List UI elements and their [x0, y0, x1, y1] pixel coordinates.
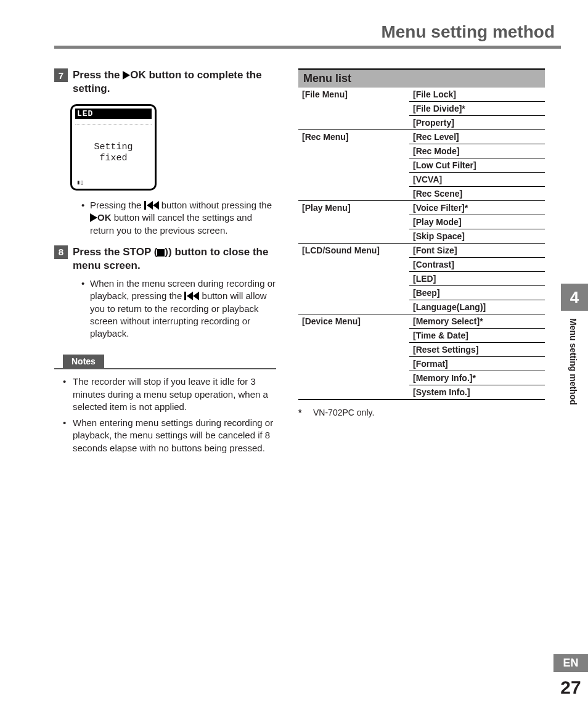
header-rule — [54, 46, 561, 49]
menu-item-cell: [Voice Filter]* — [409, 201, 545, 215]
menu-item-cell: [Play Mode] — [409, 215, 545, 229]
menu-category-cell — [298, 144, 409, 158]
menu-category-cell — [298, 173, 409, 187]
menu-item-cell: [Reset Settings] — [409, 343, 545, 357]
menu-item-cell: [Format] — [409, 357, 545, 371]
table-row: [VCVA] — [298, 173, 545, 187]
menu-category-cell: [File Menu] — [298, 88, 409, 102]
menu-category-cell — [298, 371, 409, 385]
menu-item-cell: [Rec Mode] — [409, 144, 545, 158]
table-row: [LCD/Sound Menu][Font Size] — [298, 244, 545, 258]
play-icon — [90, 213, 97, 222]
prev-icon — [184, 292, 199, 300]
notes-list: The recorder will stop if you leave it i… — [54, 375, 276, 454]
table-row: [Rec Menu][Rec Level] — [298, 130, 545, 144]
menu-category-cell — [298, 357, 409, 371]
lcd-line1: Setting — [94, 142, 133, 152]
menu-category-cell — [298, 300, 409, 314]
table-row: [Property] — [298, 116, 545, 130]
menu-item-cell: [System Info.] — [409, 385, 545, 400]
stop-icon — [157, 249, 165, 256]
lcd-footer: ▮▯ — [75, 179, 152, 186]
menu-category-cell — [298, 158, 409, 173]
menu-category-cell — [298, 329, 409, 343]
content-columns: 7 Press the OK button to complete the se… — [54, 68, 561, 458]
step-7-bullets: Pressing the button without pressing the… — [54, 199, 276, 237]
menu-item-cell: [VCVA] — [409, 173, 545, 187]
note-2: When entering menu settings during recor… — [63, 417, 276, 454]
menu-item-cell: [Rec Scene] — [409, 187, 545, 201]
page-title: Menu setting method — [54, 22, 561, 46]
menu-item-cell: [File Lock] — [409, 88, 545, 102]
table-row: [Language(Lang)] — [298, 300, 545, 314]
menu-list-header: Menu list — [298, 68, 545, 88]
menu-category-cell — [298, 258, 409, 272]
table-row: [System Info.] — [298, 385, 545, 400]
table-row: [Device Menu][Memory Select]* — [298, 314, 545, 329]
table-row: [Time & Date] — [298, 329, 545, 343]
stop-label: STOP ( — [123, 246, 157, 258]
step-7: 7 Press the OK button to complete the se… — [54, 68, 276, 96]
left-column: 7 Press the OK button to complete the se… — [54, 68, 276, 458]
chapter-title: Menu setting method — [561, 311, 586, 412]
menu-list-table: [File Menu][File Lock][File Divide]*[Pro… — [298, 88, 545, 400]
menu-item-cell: [Beep] — [409, 286, 545, 300]
menu-category-cell: [Play Menu] — [298, 201, 409, 215]
ok-label-2: OK — [97, 212, 112, 223]
step-8-text: Press the STOP ()) button to close the m… — [73, 245, 276, 273]
menu-category-cell — [298, 343, 409, 357]
menu-category-cell: [LCD/Sound Menu] — [298, 244, 409, 258]
notes-heading: Notes — [63, 355, 104, 368]
step-7-pre: Press the — [73, 69, 123, 81]
table-row: [Play Menu][Voice Filter]* — [298, 201, 545, 215]
table-row: [File Divide]* — [298, 102, 545, 116]
menu-category-cell — [298, 286, 409, 300]
menu-item-cell: [Language(Lang)] — [409, 300, 545, 314]
menu-item-cell: [File Divide]* — [409, 102, 545, 116]
lcd-title: LED — [75, 109, 152, 119]
menu-category-cell — [298, 102, 409, 116]
table-row: [Contrast] — [298, 258, 545, 272]
menu-category-cell — [298, 116, 409, 130]
table-row: [Reset Settings] — [298, 343, 545, 357]
menu-item-cell: [LED] — [409, 272, 545, 286]
table-row: [Play Mode] — [298, 215, 545, 229]
language-badge: EN — [553, 654, 588, 672]
table-row: [Rec Scene] — [298, 187, 545, 201]
menu-item-cell: [Font Size] — [409, 244, 545, 258]
menu-category-cell — [298, 272, 409, 286]
step-7-bullet-1: Pressing the button without pressing the… — [81, 199, 276, 237]
step-number-8: 8 — [54, 245, 68, 259]
menu-list-footnote: *VN-702PC only. — [298, 400, 545, 417]
table-row: [Skip Space] — [298, 229, 545, 244]
menu-item-cell: [Memory Select]* — [409, 314, 545, 329]
lcd-indicator-row — [75, 120, 152, 125]
menu-category-cell — [298, 215, 409, 229]
page-number: 27 — [553, 677, 588, 698]
right-column: Menu list [File Menu][File Lock][File Di… — [298, 68, 545, 458]
table-row: [File Menu][File Lock] — [298, 88, 545, 102]
step-number-7: 7 — [54, 68, 68, 82]
menu-category-cell — [298, 187, 409, 201]
notes-rule — [54, 368, 276, 369]
menu-item-cell: [Time & Date] — [409, 329, 545, 343]
chapter-number: 4 — [561, 284, 588, 311]
menu-category-cell — [298, 229, 409, 244]
menu-item-cell: [Contrast] — [409, 258, 545, 272]
footnote-asterisk: * — [298, 408, 313, 417]
table-row: [Memory Info.]* — [298, 371, 545, 385]
menu-item-cell: [Property] — [409, 116, 545, 130]
play-icon — [123, 71, 130, 80]
ok-label: OK — [130, 69, 146, 81]
page-footer: EN 27 — [553, 654, 588, 698]
table-row: [Beep] — [298, 286, 545, 300]
table-row: [LED] — [298, 272, 545, 286]
step-8-bullets: When in the menu screen during recording… — [54, 277, 276, 340]
table-row: [Low Cut Filter] — [298, 158, 545, 173]
menu-item-cell: [Skip Space] — [409, 229, 545, 244]
step-8: 8 Press the STOP ()) button to close the… — [54, 245, 276, 273]
menu-item-cell: [Low Cut Filter] — [409, 158, 545, 173]
b7a-mid: button without pressing the — [159, 200, 272, 210]
menu-item-cell: [Memory Info.]* — [409, 371, 545, 385]
b7a-post: button will cancel the settings and retu… — [90, 212, 252, 235]
